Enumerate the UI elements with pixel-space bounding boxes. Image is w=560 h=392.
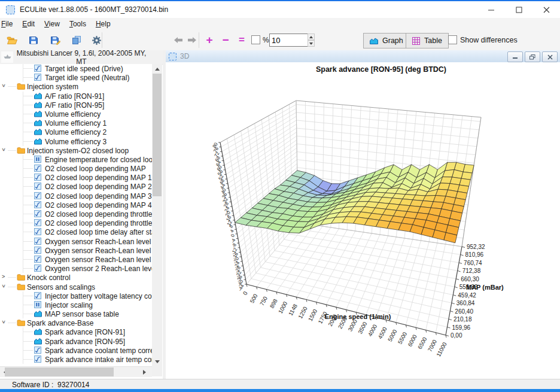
spinner-up-button[interactable]	[308, 34, 315, 40]
child-close-button[interactable]	[542, 51, 558, 62]
tree-item[interactable]: Oxygen sensor 2 Reach-Lean level	[0, 264, 152, 273]
save-button[interactable]	[25, 32, 42, 48]
tree-item[interactable]: O2 closed loop depending MAP 2	[0, 182, 152, 191]
tree-item[interactable]: >Spark advance-Base	[0, 318, 152, 327]
tree-item-label: O2 closed loop depending MAP 3	[45, 192, 152, 200]
tree-connector	[8, 86, 16, 87]
tree-item[interactable]: O2 closed loop depending throttle po	[0, 218, 152, 227]
tree-item[interactable]: O2 closed loop depending MAP 1	[0, 173, 152, 182]
percent-checkbox[interactable]	[251, 35, 260, 44]
tree-item[interactable]: Volume efficiency 2	[0, 127, 152, 136]
window-controls	[477, 1, 560, 18]
menu-help[interactable]: Help	[91, 19, 115, 29]
open-file-button[interactable]	[3, 32, 21, 48]
tree-item-label: Target idle speed (Drive)	[45, 65, 123, 73]
tree-item[interactable]: >Injection system-O2 closed loop	[0, 146, 152, 155]
chevron-expanded-icon[interactable]: >	[1, 148, 7, 151]
show-differences-checkbox[interactable]	[448, 35, 457, 44]
tree-item[interactable]: Oxygen sensor Reach-Lean level 3	[0, 255, 152, 264]
tree-item[interactable]: Target idle speed (Drive)	[0, 64, 152, 73]
tree-item-label: Oxygen sensor 2 Reach-Lean level	[45, 265, 152, 273]
tree-item-label: Spark advance coolant temp correcti	[45, 347, 152, 355]
tree-connector	[8, 287, 16, 287]
tree-item[interactable]: Oxygen sensor Reach-Lean level 1	[0, 237, 152, 246]
tree-item[interactable]: O2 closed loop depending MAP	[0, 164, 152, 173]
tree-item[interactable]: O2 closed loop time delay after start	[0, 227, 152, 236]
3d-window-titlebar[interactable]: 3D	[166, 50, 560, 63]
table-button[interactable]: Table	[406, 33, 449, 48]
tree-item[interactable]: Volume efficiency 1	[0, 118, 152, 127]
svg-text:4500: 4500	[376, 326, 388, 340]
tree-item[interactable]: >Injection system	[0, 82, 152, 91]
tree-item[interactable]: Volume efficiency	[0, 110, 152, 118]
tree-item-label: Injection system-O2 closed loop	[27, 147, 129, 155]
settings-button[interactable]	[87, 32, 105, 48]
close-button[interactable]	[532, 1, 560, 18]
scroll-right-icon[interactable]	[139, 367, 149, 377]
copy-button[interactable]	[68, 32, 86, 48]
menu-tools[interactable]: Tools	[65, 19, 91, 29]
tree-item[interactable]: Oxygen sensor Reach-Lean level 2	[0, 246, 152, 255]
curve2d-icon	[34, 174, 41, 182]
decrease-button[interactable]: −	[219, 30, 232, 50]
chevron-expanded-icon[interactable]: >	[1, 321, 7, 324]
increase-button[interactable]: +	[203, 30, 216, 50]
chevron-expanded-icon[interactable]: >	[1, 84, 7, 87]
tree-item[interactable]: >Knock control	[0, 273, 152, 282]
z-axis-labels: 807672686460565248444036322824201612840-…	[212, 141, 246, 292]
tree-item[interactable]: A/F ratio [RON-95]	[0, 101, 152, 110]
tree-item[interactable]: O2 closed loop depending MAP 4	[0, 200, 152, 209]
graph-button[interactable]: Graph	[363, 33, 410, 48]
svg-text:210,18: 210,18	[454, 316, 472, 323]
scroll-down-icon[interactable]	[152, 357, 162, 366]
tree-item[interactable]: Engine temperature for closed loop	[0, 155, 152, 164]
tree-item[interactable]: A/F ratio [RON-91]	[0, 92, 152, 101]
curve2d-icon	[34, 347, 41, 355]
scroll-up-icon[interactable]	[152, 64, 162, 74]
vertical-scroll-thumb[interactable]	[153, 74, 162, 196]
tree-item[interactable]: Injector battery voltage latency comp	[0, 291, 152, 300]
svg-text:0,00: 0,00	[451, 332, 462, 339]
tree-item[interactable]: Spark advance coolant temp correcti	[0, 346, 152, 355]
3d-surface-chart[interactable]: Spark advance [RON-95] (deg BTDC)8076726…	[166, 62, 560, 379]
tree-item[interactable]: >Sensors and scalings	[0, 282, 152, 291]
child-restore-button[interactable]	[525, 51, 540, 62]
svg-text:260,40: 260,40	[455, 308, 473, 315]
tree-vertical-scrollbar[interactable]	[152, 64, 162, 366]
save-as-button[interactable]	[46, 32, 64, 48]
y-axis-labels: 0,00159,96210,18260,40360,84459,42559,86…	[446, 244, 485, 339]
menu-view[interactable]: View	[39, 19, 65, 29]
parameter-tree: Target idle speed (Drive)Target idle spe…	[0, 64, 152, 366]
tree-item[interactable]: Injector scaling	[0, 300, 152, 309]
menu-edit[interactable]: Edit	[17, 19, 39, 29]
spinner-down-button[interactable]	[308, 40, 315, 47]
maximize-button[interactable]	[505, 1, 532, 18]
chevron-collapsed-icon[interactable]: >	[2, 274, 5, 279]
tree-item[interactable]: Spark advance [RON-95]	[0, 337, 152, 346]
tree-connector	[23, 268, 33, 269]
tree-connector	[23, 350, 33, 351]
tree-item[interactable]: Spark advance [RON-91]	[0, 327, 152, 336]
chevron-expanded-icon[interactable]: >	[1, 284, 7, 287]
tree-connector	[23, 223, 33, 223]
child-minimize-button[interactable]	[507, 51, 523, 62]
window-bottom-edge	[0, 389, 560, 392]
menu-file[interactable]: File	[0, 19, 17, 29]
tree-item[interactable]: O2 closed loop depending throttle po	[0, 209, 152, 218]
equalize-button[interactable]: =	[235, 30, 248, 50]
step-value-input[interactable]	[269, 34, 310, 47]
map3d-icon	[34, 110, 42, 118]
horizontal-scroll-thumb[interactable]	[5, 367, 114, 376]
tree-horizontal-scrollbar[interactable]	[0, 366, 152, 377]
tree-item[interactable]: Spark advance intake air temp corre	[0, 355, 152, 364]
y-axis-title: MAP (mBar)	[466, 284, 504, 291]
tree-item[interactable]: Volume efficiency 3	[0, 137, 152, 146]
tree-item[interactable]: MAP sensor base table	[0, 309, 152, 318]
tree-item[interactable]: O2 closed loop depending MAP 3	[0, 192, 152, 200]
tree-item[interactable]: Target idle speed (Neutral)	[0, 73, 152, 82]
curve2d-icon	[34, 238, 41, 246]
minimize-button[interactable]	[477, 1, 505, 18]
tree-item-label: Volume efficiency 1	[45, 119, 106, 127]
status-bar: Software ID : 93270014	[0, 379, 560, 390]
toolbar-separator	[102, 32, 102, 48]
